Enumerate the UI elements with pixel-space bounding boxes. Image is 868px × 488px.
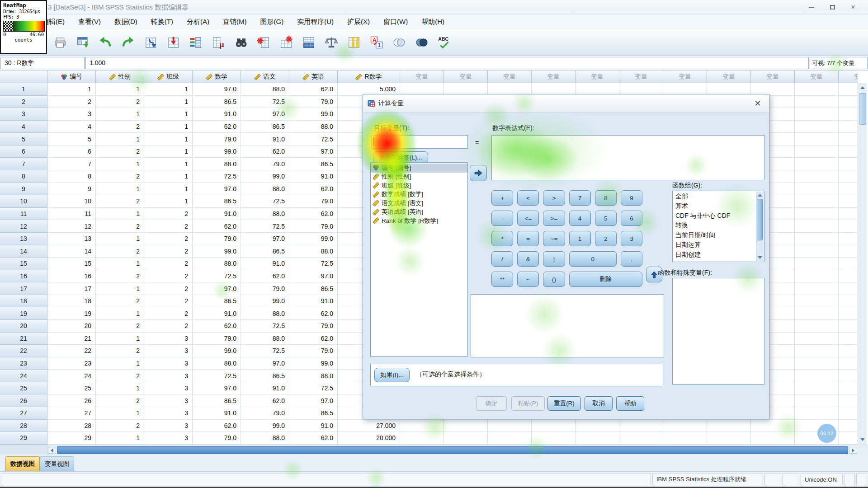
data-cell[interactable]: 99.0 xyxy=(289,108,338,121)
empty-cell[interactable] xyxy=(795,121,839,133)
function-group-list[interactable]: 全部算术CDF 与非中心 CDF转换当前日期/时间日期运算日期创建 xyxy=(672,191,764,262)
empty-cell[interactable] xyxy=(839,320,858,333)
keypad-key-3[interactable]: 3 xyxy=(621,231,642,246)
data-cell[interactable]: 79.0 xyxy=(289,195,338,208)
data-cell[interactable]: 1 xyxy=(144,108,193,121)
keypad-key-9[interactable]: 9 xyxy=(621,190,642,206)
empty-cell[interactable] xyxy=(444,432,488,445)
data-cell[interactable]: 97.0 xyxy=(289,394,338,407)
cell-reference[interactable]: 30 : R数学 xyxy=(0,57,85,69)
data-cell[interactable]: 18 xyxy=(47,295,96,308)
data-cell[interactable]: 11 xyxy=(47,208,96,221)
data-cell[interactable]: 1 xyxy=(96,183,144,196)
data-cell[interactable]: 99.0 xyxy=(289,233,338,245)
data-cell[interactable]: 91.0 xyxy=(289,420,338,432)
spell-check-icon[interactable]: ABC xyxy=(433,32,456,53)
column-header-placeholder[interactable]: 变量 xyxy=(576,70,619,83)
data-cell[interactable]: 27.000 xyxy=(338,420,400,432)
data-cell[interactable]: 3 xyxy=(144,370,193,382)
data-cell[interactable]: 2 xyxy=(96,420,144,432)
data-cell[interactable]: 86.5 xyxy=(193,295,241,308)
menu-item-9[interactable]: 扩展(X) xyxy=(340,14,377,29)
data-cell[interactable]: 1 xyxy=(144,170,193,183)
empty-cell[interactable] xyxy=(839,345,858,357)
weight-cases-icon[interactable] xyxy=(320,32,343,53)
empty-cell[interactable] xyxy=(707,420,751,432)
data-cell[interactable]: 72.5 xyxy=(193,370,241,382)
data-cell[interactable]: 2 xyxy=(96,345,144,357)
data-cell[interactable]: 91.0 xyxy=(241,382,289,395)
data-cell[interactable]: 88.0 xyxy=(193,158,241,170)
empty-cell[interactable] xyxy=(663,432,707,445)
data-cell[interactable]: 9 xyxy=(47,183,96,196)
data-cell[interactable]: 97.0 xyxy=(193,282,241,295)
empty-cell[interactable] xyxy=(576,432,619,445)
data-cell[interactable]: 62.0 xyxy=(289,432,338,445)
menu-item-6[interactable]: 直销(M) xyxy=(216,14,254,29)
data-cell[interactable]: 97.0 xyxy=(289,145,338,158)
variable-list-item[interactable]: 数学成绩 [数学] xyxy=(371,190,467,199)
row-header-18[interactable]: 18 xyxy=(0,295,47,308)
data-cell[interactable]: 1 xyxy=(144,183,193,196)
scroll-right-icon[interactable] xyxy=(849,447,857,454)
row-header-6[interactable]: 6 xyxy=(0,145,47,158)
dialog-button-4[interactable]: 取消 xyxy=(585,396,613,411)
data-cell[interactable]: 86.5 xyxy=(241,370,289,382)
empty-cell[interactable] xyxy=(488,420,532,432)
data-cell[interactable]: 1 xyxy=(96,382,144,395)
row-header-13[interactable]: 13 xyxy=(0,233,47,245)
function-group-item[interactable]: 日期运算 xyxy=(673,240,764,250)
data-cell[interactable]: 86.5 xyxy=(289,158,338,170)
function-group-item[interactable]: 当前日期/时间 xyxy=(673,230,764,240)
column-header-placeholder[interactable]: 变量 xyxy=(444,70,488,83)
empty-cell[interactable] xyxy=(839,233,858,245)
dialog-close-icon[interactable]: ✕ xyxy=(752,98,764,109)
data-cell[interactable]: 2 xyxy=(144,258,193,270)
data-cell[interactable]: 20 xyxy=(47,320,96,333)
data-cell[interactable]: 2 xyxy=(96,195,144,208)
data-cell[interactable]: 6 xyxy=(47,145,96,158)
empty-cell[interactable] xyxy=(795,108,839,121)
keypad-key-4[interactable]: 4 xyxy=(569,211,591,226)
data-cell[interactable]: 91.0 xyxy=(289,170,338,183)
data-cell[interactable]: 1 xyxy=(96,333,144,345)
data-cell[interactable]: 1 xyxy=(96,208,144,221)
row-header-16[interactable]: 16 xyxy=(0,270,47,283)
variables-icon[interactable] xyxy=(184,32,207,53)
data-cell[interactable]: 2 xyxy=(96,170,144,183)
data-cell[interactable]: 4 xyxy=(47,121,96,133)
data-cell[interactable]: 26 xyxy=(47,394,96,407)
data-cell[interactable]: 1 xyxy=(96,432,144,445)
empty-cell[interactable] xyxy=(795,382,839,395)
tab-data-view[interactable]: 数据视图 xyxy=(5,456,40,471)
dialog-button-5[interactable]: 帮助 xyxy=(616,396,644,411)
empty-cell[interactable] xyxy=(795,370,839,382)
data-cell[interactable]: 25 xyxy=(47,382,96,395)
data-cell[interactable]: 79.0 xyxy=(193,333,241,345)
data-cell[interactable]: 72.5 xyxy=(193,170,241,183)
data-cell[interactable]: 88.0 xyxy=(241,307,289,320)
target-variable-input[interactable] xyxy=(371,135,468,149)
menu-item-10[interactable]: 窗口(W) xyxy=(377,14,415,29)
data-cell[interactable]: 1 xyxy=(144,158,193,170)
data-cell[interactable]: 79.0 xyxy=(289,320,338,333)
data-cell[interactable]: 2 xyxy=(96,220,144,233)
data-cell[interactable]: 79.0 xyxy=(193,133,241,145)
variable-list-item[interactable]: 编号 [编号] xyxy=(371,164,467,173)
empty-cell[interactable] xyxy=(839,333,858,345)
data-cell[interactable]: 72.5 xyxy=(241,96,289,108)
empty-cell[interactable] xyxy=(795,282,839,295)
empty-cell[interactable] xyxy=(444,420,488,432)
minimize-button[interactable] xyxy=(801,0,822,14)
keypad-key-=[interactable]: = xyxy=(517,231,539,246)
data-cell[interactable]: 2 xyxy=(47,96,96,108)
data-cell[interactable]: 17 xyxy=(47,282,96,295)
menu-item-11[interactable]: 帮助(H) xyxy=(415,14,451,29)
row-header-15[interactable]: 15 xyxy=(0,258,47,270)
data-cell[interactable]: 62.0 xyxy=(193,220,241,233)
variable-list-item[interactable]: 班级 [班级] xyxy=(371,181,467,190)
data-cell[interactable]: 99.0 xyxy=(193,345,241,357)
empty-cell[interactable] xyxy=(795,83,839,96)
insert-variable-icon[interactable] xyxy=(275,32,297,53)
undo-icon[interactable] xyxy=(94,32,117,53)
